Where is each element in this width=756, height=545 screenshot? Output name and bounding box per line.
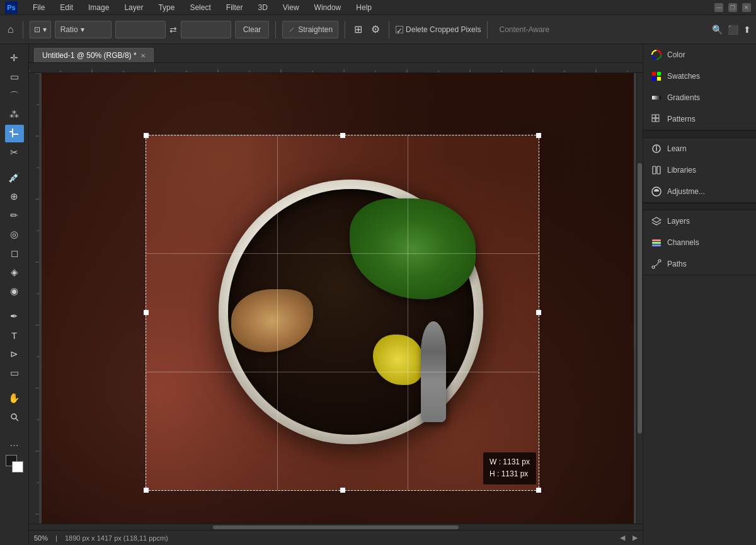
share-button[interactable]: ⬆ (743, 25, 751, 35)
panel-section-color: Color Swatches Gradients Patterns (643, 44, 756, 130)
path-select-tool[interactable]: ⊳ (5, 345, 24, 363)
height-input[interactable] (181, 21, 231, 38)
ratio-dropdown[interactable]: Ratio ▾ (55, 21, 112, 38)
svg-rect-49 (656, 118, 659, 122)
crop-handle-bottom-left[interactable] (144, 488, 149, 493)
scroll-arrow-right[interactable]: ▶ (633, 534, 638, 542)
menu-file[interactable]: File (30, 2, 47, 13)
menu-help[interactable]: Help (353, 2, 374, 13)
width-input[interactable] (115, 21, 166, 38)
foreground-background-colors[interactable] (6, 455, 23, 473)
svg-rect-48 (652, 118, 655, 122)
shape-tool[interactable]: ▭ (5, 364, 24, 382)
menu-edit[interactable]: Edit (57, 2, 76, 13)
crop-grid-v2 (408, 135, 408, 490)
panel-item-patterns[interactable]: Patterns (643, 108, 756, 130)
clone-tool[interactable]: ◎ (5, 226, 24, 243)
crop-overlay: W : 1131 px H : 1131 px (42, 73, 634, 524)
brush-tool[interactable]: ✏ (5, 207, 24, 224)
delete-cropped-option[interactable]: ✓ Delete Cropped Pixels (396, 25, 481, 34)
svg-rect-42 (657, 72, 661, 76)
menu-image[interactable]: Image (86, 2, 112, 13)
panel-item-color[interactable]: Color (643, 44, 756, 66)
crop-handle-bottom-middle[interactable] (340, 488, 345, 493)
document-tab[interactable]: Untitled-1 @ 50% (RGB/8) * ✕ (34, 48, 154, 62)
svg-rect-44 (657, 77, 661, 81)
ruler-vertical (29, 73, 39, 524)
crop-tool-select[interactable]: ⊡ ▾ (30, 21, 51, 38)
svg-rect-45 (652, 96, 661, 100)
svg-rect-52 (657, 166, 660, 174)
gradient-tool[interactable]: ◈ (5, 263, 24, 281)
scrollbar-vertical[interactable] (636, 73, 643, 524)
crop-handle-bottom-right[interactable] (536, 488, 541, 493)
zoom-tool[interactable] (5, 408, 24, 426)
close-button[interactable]: ✕ (742, 3, 751, 12)
menu-filter[interactable]: Filter (224, 2, 246, 13)
svg-rect-41 (652, 72, 656, 76)
toolbar-separator-3 (345, 21, 345, 38)
crop-box[interactable] (146, 135, 539, 491)
healing-tool[interactable]: ⊕ (5, 188, 24, 205)
more-tools[interactable]: … (5, 433, 24, 451)
blur-tool[interactable]: ◉ (5, 282, 24, 300)
menu-select[interactable]: Select (187, 2, 213, 13)
document-info: 1890 px x 1417 px (118,11 ppcm) (65, 534, 168, 542)
image-container: W : 1131 px H : 1131 px (42, 73, 634, 524)
crop-handle-middle-left[interactable] (144, 310, 149, 315)
delete-cropped-checkbox[interactable]: ✓ (396, 26, 403, 33)
magic-wand-tool[interactable]: ⁂ (5, 106, 24, 123)
menu-3d[interactable]: 3D (255, 2, 270, 13)
svg-rect-51 (653, 166, 656, 174)
layers-label: Layers (667, 217, 690, 226)
selection-tool[interactable]: ▭ (5, 68, 24, 86)
menu-layer[interactable]: Layer (122, 2, 146, 13)
restore-button[interactable]: ❐ (728, 3, 737, 12)
minimize-button[interactable]: — (714, 3, 723, 12)
svg-rect-56 (652, 244, 661, 246)
tab-bar: Untitled-1 @ 50% (RGB/8) * ✕ (29, 44, 643, 63)
slice-tool[interactable]: ✂ (5, 144, 24, 161)
menu-view[interactable]: View (280, 2, 302, 13)
scrollbar-thumb-horizontal[interactable] (213, 525, 459, 529)
toolbar-right: 🔍 ⬛ ⬆ (712, 25, 751, 35)
panel-item-libraries[interactable]: Libraries (643, 159, 756, 181)
text-tool[interactable]: T (5, 326, 24, 344)
menu-window[interactable]: Window (312, 2, 344, 13)
canvas-scroll[interactable]: W : 1131 px H : 1131 px (39, 73, 636, 524)
eyedropper-tool[interactable]: 💉 (5, 169, 24, 186)
pen-tool[interactable]: ✒ (5, 307, 24, 325)
panel-item-swatches[interactable]: Swatches (643, 66, 756, 87)
panel-item-layers[interactable]: Layers (643, 210, 756, 232)
panel-item-learn[interactable]: Learn (643, 138, 756, 159)
gear-button[interactable]: ⚙ (369, 21, 382, 38)
hand-tool[interactable]: ✋ (5, 389, 24, 407)
crop-grid-v1 (277, 135, 278, 490)
expand-button[interactable]: ⬛ (728, 25, 738, 35)
tab-close-button[interactable]: ✕ (140, 52, 146, 59)
straighten-button[interactable]: ⟋ Straighten (282, 21, 338, 38)
eraser-tool[interactable]: ◻ (5, 244, 24, 262)
canvas-view: W : 1131 px H : 1131 px (39, 73, 636, 524)
panel-item-paths[interactable]: Paths (643, 253, 756, 275)
home-button[interactable]: ⌂ (5, 21, 16, 38)
svg-rect-43 (652, 77, 656, 81)
crop-handle-top-right[interactable] (536, 133, 541, 138)
scroll-arrow-left[interactable]: ◀ (620, 534, 625, 542)
move-tool[interactable]: ✛ (5, 49, 24, 67)
lasso-tool[interactable]: ⌒ (5, 87, 24, 105)
panel-item-gradients[interactable]: Gradients (643, 87, 756, 108)
menu-type[interactable]: Type (156, 2, 177, 13)
crop-handle-top-middle[interactable] (340, 133, 345, 138)
crop-tool[interactable] (5, 125, 24, 142)
scrollbar-thumb-vertical[interactable] (638, 163, 642, 433)
grid-button[interactable]: ⊞ (352, 21, 365, 38)
crop-handle-top-left[interactable] (144, 133, 149, 138)
crop-handle-middle-right[interactable] (536, 310, 541, 315)
scrollbar-horizontal[interactable] (29, 524, 643, 530)
swap-button[interactable]: ⇄ (169, 25, 177, 35)
clear-button[interactable]: Clear (235, 21, 270, 38)
panel-item-adjustments[interactable]: Adjustme... (643, 181, 756, 202)
panel-item-channels[interactable]: Channels (643, 232, 756, 253)
search-button[interactable]: 🔍 (712, 25, 723, 35)
